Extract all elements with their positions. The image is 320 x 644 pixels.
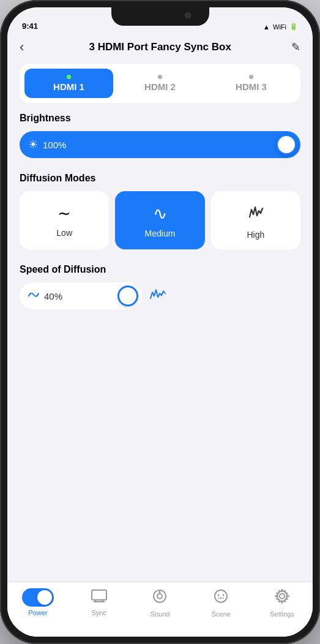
nav-sync-label: Sync: [91, 609, 106, 616]
brightness-title: Brightness: [20, 113, 300, 124]
brightness-thumb[interactable]: [276, 134, 297, 155]
scene-icon: [213, 588, 229, 608]
phone-inner: 9:41 ▲ WiFi 🔋 ‹ 3 HDMI Port Fancy Sync B…: [7, 7, 313, 637]
mode-medium-label: Medium: [145, 229, 176, 238]
brightness-icon: ☀: [28, 138, 38, 151]
speed-row: 40%: [20, 282, 300, 309]
notch-camera: [185, 12, 191, 18]
low-icon: [58, 203, 71, 223]
high-icon: [247, 203, 265, 225]
tab-hdmi2-label: HDMI 2: [144, 81, 176, 92]
speed-title: Speed of Diffusion: [20, 264, 300, 275]
brightness-slider[interactable]: ☀ 100%: [20, 131, 300, 158]
tab-hdmi1-dot: [67, 75, 71, 79]
nav-sound-label: Sound: [151, 610, 170, 618]
tab-hdmi3-dot: [249, 75, 253, 79]
edit-button[interactable]: ✎: [291, 40, 300, 54]
tab-hdmi3[interactable]: HDMI 3: [207, 69, 296, 98]
svg-point-5: [157, 594, 162, 599]
hdmi-tab-selector: HDMI 1 HDMI 2 HDMI 3: [20, 64, 300, 103]
mode-low-label: Low: [56, 228, 72, 238]
bottom-navigation: Power Sync: [7, 581, 313, 637]
page-title: 3 HDMI Port Fancy Sync Box: [29, 41, 291, 53]
power-toggle-knob: [37, 590, 52, 605]
phone-shell: 9:41 ▲ WiFi 🔋 ‹ 3 HDMI Port Fancy Sync B…: [0, 0, 320, 644]
nav-item-sound[interactable]: Sound: [130, 588, 191, 618]
diffusion-title: Diffusion Modes: [20, 173, 300, 184]
speed-icon: [28, 290, 39, 301]
mode-low[interactable]: Low: [20, 191, 109, 249]
tab-hdmi1[interactable]: HDMI 1: [24, 69, 113, 98]
nav-item-settings[interactable]: Settings: [251, 588, 313, 618]
svg-point-12: [218, 597, 219, 599]
wifi-icon: WiFi: [273, 23, 286, 31]
notch: [111, 7, 209, 26]
nav-power-label: Power: [28, 609, 47, 616]
screen: 9:41 ▲ WiFi 🔋 ‹ 3 HDMI Port Fancy Sync B…: [7, 7, 313, 637]
battery-icon: 🔋: [289, 23, 298, 31]
nav-item-power[interactable]: Power: [7, 588, 69, 616]
tab-hdmi1-label: HDMI 1: [53, 81, 84, 92]
page-header: ‹ 3 HDMI Port Fancy Sync Box ✎: [7, 34, 313, 64]
settings-icon: [274, 588, 290, 608]
svg-point-13: [223, 597, 224, 599]
mode-medium[interactable]: ∿ Medium: [115, 191, 204, 249]
diffusion-wave-icon: [149, 287, 166, 305]
main-content: Brightness ☀ 100% Diffusion Modes Low ∿ …: [7, 113, 313, 581]
mode-high[interactable]: High: [211, 191, 300, 249]
medium-icon: ∿: [153, 203, 167, 224]
tab-hdmi2[interactable]: HDMI 2: [116, 69, 204, 98]
status-icons: ▲ WiFi 🔋: [263, 23, 298, 31]
tab-hdmi3-label: HDMI 3: [236, 81, 267, 92]
mode-high-label: High: [247, 230, 264, 240]
sound-icon: [152, 588, 168, 608]
speed-value: 40%: [44, 291, 117, 301]
status-time: 9:41: [22, 21, 38, 31]
svg-point-11: [220, 597, 222, 599]
svg-point-7: [159, 592, 161, 594]
svg-point-14: [280, 594, 285, 599]
diffusion-modes: Low ∿ Medium High: [20, 191, 300, 249]
nav-scene-label: Scene: [212, 610, 231, 618]
svg-rect-0: [92, 590, 106, 600]
nav-item-sync[interactable]: Sync: [69, 588, 130, 616]
signal-icon: ▲: [263, 23, 270, 31]
speed-thumb[interactable]: [117, 286, 138, 306]
svg-point-10: [223, 594, 225, 596]
nav-item-scene[interactable]: Scene: [190, 588, 251, 618]
power-toggle[interactable]: [22, 588, 54, 607]
svg-point-8: [215, 590, 227, 602]
brightness-value: 100%: [43, 140, 276, 150]
back-button[interactable]: ‹: [20, 37, 29, 58]
speed-slider[interactable]: 40%: [20, 282, 142, 309]
svg-point-9: [218, 594, 220, 596]
sync-icon: [91, 588, 108, 607]
tab-hdmi2-dot: [158, 75, 162, 79]
nav-settings-label: Settings: [270, 610, 294, 618]
